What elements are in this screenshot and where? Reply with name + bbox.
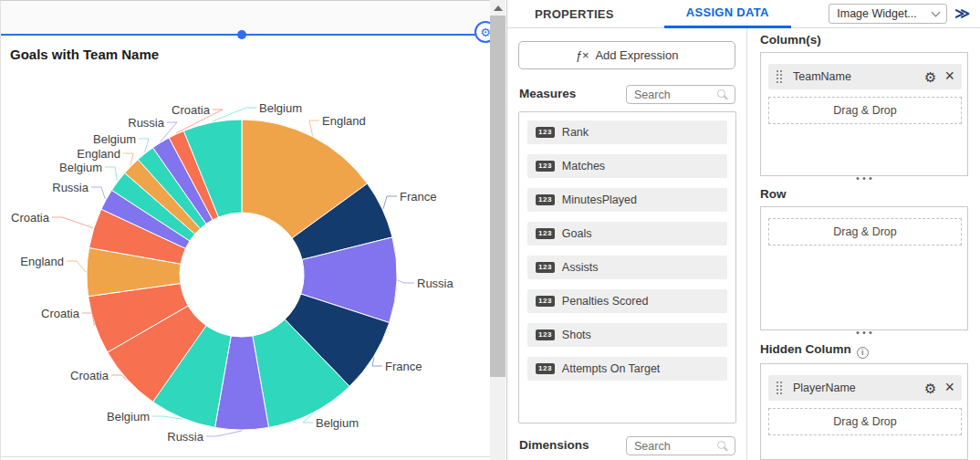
measure-item-penalties-scored[interactable]: 123Penalties Scored [527, 289, 727, 313]
measures-search[interactable] [626, 85, 735, 104]
measure-item-goals[interactable]: 123Goals [527, 222, 727, 246]
slice-label: Belgium [107, 410, 150, 423]
remove-field-icon[interactable]: × [944, 68, 954, 84]
more-options-dots[interactable] [852, 331, 877, 334]
row-dropzone[interactable]: Drag & Drop [768, 218, 962, 246]
row-heading: Row [760, 187, 787, 201]
slice-label: Russia [52, 181, 89, 194]
slice-label: Russia [417, 277, 454, 290]
label-connector-line [82, 313, 94, 326]
slice-label: Belgium [59, 161, 102, 174]
measure-label: Matches [562, 160, 605, 172]
add-expression-label: Add Expression [595, 48, 678, 62]
doughnut-chart: EnglandFranceRussiaFranceBelgiumRussiaBe… [1, 29, 491, 458]
panel-collapse-button[interactable]: ≫ [954, 6, 970, 21]
slice-label: England [322, 114, 366, 128]
panel-body: ƒ× Add Expression Measures 123Rank123Mat… [507, 28, 980, 460]
dashboard-designer: ⚙ Goals with Team Name EnglandFranceRuss… [0, 0, 980, 460]
label-connector-line [309, 120, 319, 136]
tab-assign-data[interactable]: ASSIGN DATA [664, 0, 791, 28]
fx-icon: ƒ× [576, 48, 589, 62]
slice-label: Belgium [259, 101, 302, 115]
field-chip-playername[interactable]: PlayerName ⚙ × [768, 375, 962, 401]
slice-label: France [400, 190, 436, 204]
drag-handle-icon[interactable] [776, 70, 783, 84]
dimensions-search-input[interactable] [634, 440, 716, 453]
slice-label: Croatia [41, 307, 80, 320]
measure-item-rank[interactable]: 123Rank [527, 120, 727, 144]
numeric-field-icon: 123 [536, 296, 555, 307]
measure-label: Penalties Scored [562, 295, 649, 308]
widget-bottom-edge [1, 456, 491, 457]
remove-field-icon[interactable]: × [944, 379, 954, 395]
field-chip-teamname[interactable]: TeamName ⚙ × [768, 64, 962, 89]
numeric-field-icon: 123 [536, 329, 555, 340]
numeric-field-icon: 123 [536, 363, 555, 374]
label-connector-line [152, 416, 182, 419]
numeric-field-icon: 123 [536, 228, 555, 239]
measure-item-matches[interactable]: 123Matches [527, 154, 727, 178]
numeric-field-icon: 123 [536, 262, 555, 273]
numeric-field-icon: 123 [536, 161, 555, 172]
numeric-field-icon: 123 [536, 127, 555, 138]
columns-heading: Column(s) [760, 33, 821, 47]
slice-label: France [385, 360, 422, 373]
columns-dropzone[interactable]: Drag & Drop [768, 97, 962, 124]
measure-item-minutesplayed[interactable]: 123MinutesPlayed [527, 188, 727, 212]
chart-widget[interactable]: ⚙ Goals with Team Name EnglandFranceRuss… [0, 0, 490, 460]
measure-item-attempts-on-target[interactable]: 123Attempts On Target [527, 357, 727, 381]
chip-label: TeamName [793, 70, 924, 83]
measure-label: Assists [562, 261, 599, 274]
hidden-column-bucket[interactable]: PlayerName ⚙ × Drag & Drop [760, 363, 968, 460]
info-icon[interactable]: i [857, 347, 869, 359]
hidden-column-dropzone[interactable]: Drag & Drop [768, 408, 962, 435]
field-settings-gear-icon[interactable]: ⚙ [924, 382, 936, 395]
widget-selector-value: Image Widget... [837, 7, 917, 20]
label-connector-line [139, 139, 149, 152]
label-connector-line [52, 217, 93, 228]
canvas-scrollbar[interactable] [490, 0, 506, 460]
slice-label: Belgium [93, 132, 136, 146]
add-expression-button[interactable]: ƒ× Add Expression [518, 41, 735, 69]
label-connector-line [123, 153, 133, 165]
drag-handle-icon[interactable] [776, 382, 783, 395]
label-connector-line [206, 431, 242, 436]
slice-label: Croatia [172, 103, 211, 117]
measures-list: 123Rank123Matches123MinutesPlayed123Goal… [518, 111, 736, 423]
scrollbar-thumb[interactable] [490, 16, 506, 377]
label-connector-line [398, 280, 414, 283]
label-connector-line [372, 358, 382, 366]
slice-label: Russia [167, 430, 204, 444]
assign-data-panel: PROPERTIES ASSIGN DATA Image Widget... ≫… [506, 0, 980, 460]
widget-selector-dropdown[interactable]: Image Widget... [829, 4, 947, 24]
label-connector-line [91, 187, 105, 199]
measure-item-assists[interactable]: 123Assists [527, 256, 727, 279]
fields-column: ƒ× Add Expression Measures 123Rank123Mat… [507, 28, 747, 460]
field-settings-gear-icon[interactable]: ⚙ [924, 70, 936, 84]
tab-properties[interactable]: PROPERTIES [535, 0, 614, 28]
slice-label: Russia [128, 116, 165, 130]
search-icon [716, 89, 728, 100]
slice-label: Croatia [70, 369, 109, 382]
dimensions-search[interactable] [626, 436, 735, 455]
slice-label: Belgium [316, 416, 359, 430]
panel-header: PROPERTIES ASSIGN DATA Image Widget... ≫ [507, 0, 980, 28]
label-connector-line [105, 167, 117, 181]
more-options-dots[interactable] [852, 177, 877, 180]
measure-label: Attempts On Target [562, 362, 660, 375]
measure-label: MinutesPlayed [562, 193, 637, 206]
search-icon [716, 440, 728, 452]
dimensions-heading: Dimensions [519, 438, 589, 452]
slice-label: England [20, 255, 64, 268]
scroll-up-arrow-icon[interactable] [494, 5, 503, 11]
buckets-column: Column(s) TeamName ⚙ × Drag & Drop Row D… [747, 28, 980, 460]
measures-search-input[interactable] [634, 89, 716, 101]
measures-heading: Measures [519, 87, 576, 100]
measure-item-shots[interactable]: 123Shots [527, 323, 727, 347]
numeric-field-icon: 123 [536, 194, 555, 205]
hidden-column-label: Hidden Column [760, 342, 851, 356]
row-bucket[interactable]: Drag & Drop [760, 206, 968, 330]
chevron-down-icon [932, 7, 941, 16]
slice-label: Croatia [11, 211, 50, 225]
columns-bucket[interactable]: TeamName ⚙ × Drag & Drop [760, 52, 968, 176]
